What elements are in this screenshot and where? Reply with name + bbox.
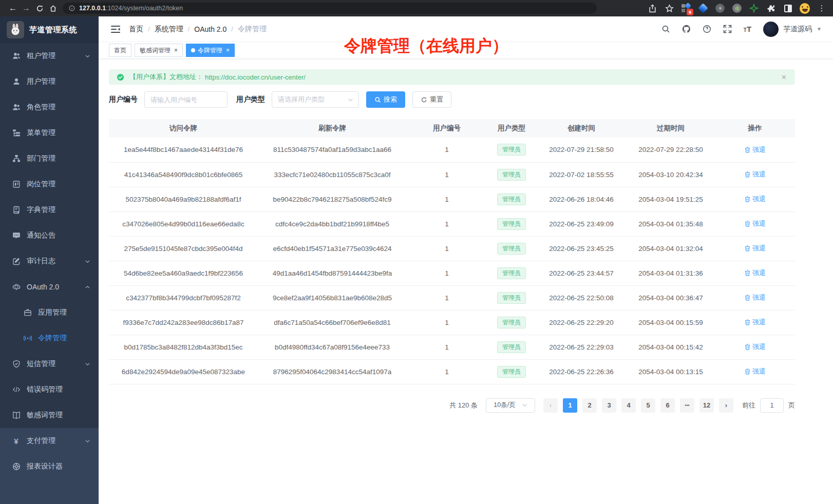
breadcrumb: 首页/ 系统管理/ OAuth 2.0/ 令牌管理	[129, 25, 267, 34]
sidebar-item-错误码管理[interactable]: 错误码管理	[0, 377, 99, 402]
tag-敏感词管理[interactable]: 敏感词管理×	[135, 44, 183, 57]
sidebar-item-label: 支付管理	[27, 436, 55, 445]
profile-avatar-icon[interactable]	[800, 3, 810, 13]
search-form: 用户编号 用户类型 请选择用户类型 搜索 重置	[109, 91, 795, 108]
breadcrumb-home[interactable]: 首页	[129, 25, 143, 34]
force-logout-button[interactable]: 强退	[744, 367, 766, 376]
next-page-button[interactable]: ›	[719, 398, 733, 413]
page-ellipsis-button[interactable]: •••	[680, 398, 694, 413]
site-info-icon[interactable]	[69, 5, 75, 11]
page-button-3[interactable]: 3	[602, 398, 616, 413]
page-button-2[interactable]: 2	[582, 398, 597, 413]
sidebar-item-应用管理[interactable]: 应用管理	[0, 300, 99, 325]
goto-page-input[interactable]	[760, 398, 784, 413]
sidebar-item-菜单管理[interactable]: 菜单管理	[0, 120, 99, 146]
force-logout-button[interactable]: 强退	[744, 293, 766, 302]
force-logout-button[interactable]: 强退	[744, 342, 766, 352]
force-logout-button[interactable]: 强退	[744, 195, 766, 204]
tag-令牌管理[interactable]: 令牌管理×	[186, 44, 235, 57]
sidebar-item-报表设计器[interactable]: 报表设计器	[0, 454, 99, 479]
sidebar-item-审计日志[interactable]: 审计日志	[0, 248, 99, 274]
search-icon[interactable]	[661, 25, 670, 33]
column-header: 操作	[715, 119, 795, 138]
force-logout-button[interactable]: 强退	[744, 219, 766, 228]
table-row: c342377bf8b344799dcbf7bf095287f29ce8ef2a…	[109, 285, 795, 310]
search-button[interactable]: 搜索	[366, 91, 405, 108]
alert-close-icon[interactable]: ✕	[781, 73, 787, 81]
cell-user-id: 1	[407, 236, 487, 261]
sidebar-item-OAuth 2.0[interactable]: OAuth 2.0	[0, 274, 99, 300]
sidepanel-icon[interactable]	[783, 3, 793, 13]
star-extension-icon[interactable]	[749, 3, 759, 13]
knot-extension-icon[interactable]: ✳	[715, 3, 725, 13]
sidebar-item-用户管理[interactable]: 用户管理	[0, 69, 99, 94]
extension-grid-icon[interactable]: 9	[681, 3, 691, 13]
cell-refresh-token: dfa6c71a50a54c66bef706ef9e6e8d81	[258, 310, 407, 335]
page-button-4[interactable]: 4	[621, 398, 636, 413]
help-icon[interactable]	[703, 25, 711, 33]
share-icon[interactable]	[647, 3, 657, 13]
reset-button[interactable]: 重置	[412, 91, 451, 108]
sidebar-item-租户管理[interactable]: 租户管理	[0, 43, 99, 69]
table-row: 1ea5e44f8bc1467aaede43144f31de76811c5304…	[109, 138, 795, 162]
puzzle-extensions-icon[interactable]	[766, 3, 776, 13]
cell-expire-time: 2054-03-10 20:42:34	[627, 162, 715, 187]
page-button-12[interactable]: 12	[699, 398, 714, 413]
sidebar-item-部门管理[interactable]: 部门管理	[0, 146, 99, 171]
alert-doc-link[interactable]: https://doc.iocoder.cn/user-center/	[205, 73, 306, 81]
force-logout-button[interactable]: 强退	[744, 268, 766, 278]
breadcrumb-system[interactable]: 系统管理	[155, 25, 183, 34]
page-button-6[interactable]: 6	[660, 398, 675, 413]
browser-menu-icon[interactable]: ⋮	[817, 3, 827, 13]
page-button-1[interactable]: 1	[563, 398, 577, 413]
address-bar[interactable]: 127.0.0.1:1024/system/oauth2/token	[63, 3, 597, 14]
user-avatar	[763, 22, 779, 37]
user-type-badge: 管理员	[497, 366, 526, 378]
user-id-input[interactable]	[144, 91, 228, 108]
user-type-select[interactable]: 请选择用户类型	[272, 91, 359, 108]
browser-forward-icon[interactable]: →	[20, 0, 33, 16]
user-icon	[12, 77, 21, 86]
font-size-icon[interactable]: TT	[744, 25, 751, 33]
message-icon	[12, 231, 21, 240]
sidebar-item-岗位管理[interactable]: 岗位管理	[0, 171, 99, 197]
close-icon[interactable]: ×	[226, 47, 230, 54]
page-button-5[interactable]: 5	[641, 398, 655, 413]
force-logout-button[interactable]: 强退	[744, 318, 766, 327]
table-row: c347026e805e4d99b0d116eae66eda8ccdfc4ce9…	[109, 211, 795, 236]
gem-extension-icon[interactable]	[698, 3, 708, 13]
force-logout-button[interactable]: 强退	[744, 170, 766, 179]
bookmark-star-icon[interactable]	[664, 3, 674, 13]
browser-home-icon[interactable]	[46, 0, 60, 16]
sidebar-item-角色管理[interactable]: 角色管理	[0, 94, 99, 120]
browser-reload-icon[interactable]	[33, 0, 46, 16]
sidebar-item-字典管理[interactable]: 字典管理	[0, 197, 99, 223]
sidebar-collapse-icon[interactable]	[111, 25, 120, 33]
breadcrumb-current: 令牌管理	[238, 25, 267, 34]
tag-label: 敏感词管理	[140, 46, 171, 55]
breadcrumb-oauth[interactable]: OAuth 2.0	[194, 25, 226, 33]
prev-page-button[interactable]: ‹	[543, 398, 558, 413]
cell-user-id: 1	[407, 261, 487, 285]
fullscreen-icon[interactable]	[723, 25, 732, 33]
trash-icon	[744, 220, 751, 227]
sidebar-item-敏感词管理[interactable]: 敏感词管理	[0, 402, 99, 428]
github-icon[interactable]	[682, 25, 691, 33]
record-extension-icon[interactable]	[732, 3, 742, 13]
sidebar-item-短信管理[interactable]: 短信管理	[0, 351, 99, 377]
app-logo-bar[interactable]: 芋道管理系统	[0, 16, 99, 43]
sidebar-item-通知公告[interactable]: 通知公告	[0, 223, 99, 248]
tag-首页[interactable]: 首页	[109, 44, 131, 57]
sidebar-item-支付管理[interactable]: ¥支付管理	[0, 428, 99, 454]
yen-icon: ¥	[12, 437, 21, 445]
page-size-select[interactable]: 10条/页	[486, 398, 535, 413]
sidebar: 芋道管理系统 租户管理用户管理角色管理菜单管理部门管理岗位管理字典管理通知公告审…	[0, 16, 99, 504]
close-icon[interactable]: ×	[174, 47, 178, 54]
user-type-placeholder: 请选择用户类型	[278, 95, 325, 104]
browser-back-icon[interactable]: ←	[6, 0, 20, 16]
force-logout-button[interactable]: 强退	[744, 244, 766, 253]
force-logout-button[interactable]: 强退	[744, 145, 766, 154]
sidebar-item-令牌管理[interactable]: 令牌管理	[0, 325, 99, 351]
user-menu[interactable]: 芋道源码 ▼	[763, 22, 822, 37]
user-type-badge: 管理员	[497, 243, 526, 255]
